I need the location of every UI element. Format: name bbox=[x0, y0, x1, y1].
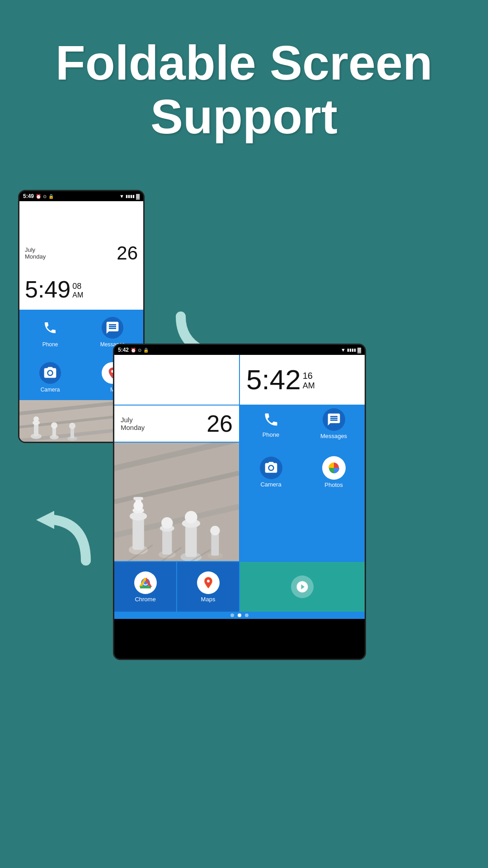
app-tile-camera[interactable]: Camera bbox=[19, 355, 81, 400]
clock-ampm: AM bbox=[72, 291, 83, 299]
camera-app-label: Camera bbox=[41, 387, 60, 393]
svg-rect-26 bbox=[133, 497, 143, 500]
svg-rect-21 bbox=[132, 516, 144, 550]
date-number: 26 bbox=[117, 242, 138, 264]
alarm-icon: ⏰ bbox=[36, 194, 41, 199]
app-tile-phone[interactable]: Phone bbox=[19, 310, 81, 355]
large-empty-col4 bbox=[303, 502, 365, 561]
dot-1 bbox=[230, 613, 234, 617]
svg-point-13 bbox=[69, 423, 75, 429]
lock-icon: 🔒 bbox=[48, 194, 54, 199]
large-camera-label: Camera bbox=[260, 481, 281, 488]
dot-3 bbox=[245, 613, 249, 617]
large-chess-svg bbox=[114, 443, 239, 561]
large-photos-label: Photos bbox=[324, 481, 343, 488]
small-date-tile: July Monday 26 bbox=[19, 237, 143, 269]
large-app-maps-bottom[interactable]: Maps bbox=[177, 562, 239, 612]
large-app-photos[interactable]: Photos bbox=[303, 443, 365, 501]
title-section: Foldable Screen Support bbox=[0, 0, 488, 162]
large-chrome-label: Chrome bbox=[135, 596, 155, 603]
large-battery-icon: ▓ bbox=[357, 347, 361, 353]
arrow-up-left-svg bbox=[27, 506, 95, 570]
large-chrome-icon bbox=[134, 571, 157, 594]
small-calendar-widget-top bbox=[19, 201, 143, 237]
clock-time: 5:49 bbox=[25, 278, 70, 301]
large-phone-status-bar: 5:42 ⏰ ⊙ 🔒 ▼ ▮▮▮▮ ▓ bbox=[114, 345, 365, 355]
large-messages-label: Messages bbox=[320, 433, 347, 439]
svg-point-10 bbox=[51, 422, 57, 429]
large-calendar-top bbox=[114, 355, 239, 405]
messages-app-icon bbox=[102, 317, 123, 339]
large-clock-seconds: 16 bbox=[303, 371, 315, 381]
large-date-day-name: Monday bbox=[121, 424, 145, 431]
large-date-number: 26 bbox=[206, 410, 233, 437]
large-teal-icon bbox=[291, 576, 314, 598]
large-wifi-icon: ▼ bbox=[341, 347, 346, 353]
large-app-messages[interactable]: Messages bbox=[303, 406, 365, 442]
large-clock-tile: 5:42 16 AM bbox=[240, 355, 365, 405]
small-phone-status-bar: 5:49 ⏰ ⊙ 🔒 ▼ ▮▮▮▮ ▓ bbox=[19, 191, 143, 201]
signal-icon: ▮▮▮▮ bbox=[126, 194, 135, 198]
large-status-time: 5:42 bbox=[118, 347, 129, 353]
clock-seconds: 08 bbox=[72, 282, 83, 291]
date-label: July Monday bbox=[25, 246, 46, 260]
large-app-chrome[interactable]: Chrome bbox=[114, 562, 176, 612]
svg-marker-15 bbox=[36, 511, 54, 529]
small-clock-tile: 5:49 08 AM bbox=[19, 269, 143, 310]
large-messages-icon bbox=[323, 408, 345, 431]
large-app-teal[interactable] bbox=[240, 562, 365, 612]
page-indicator bbox=[114, 612, 365, 619]
phone-app-label: Phone bbox=[42, 341, 58, 348]
large-maps-label: Maps bbox=[201, 596, 216, 603]
svg-point-30 bbox=[161, 517, 173, 528]
svg-rect-28 bbox=[162, 528, 172, 554]
large-signal-icon: ▮▮▮▮ bbox=[347, 348, 356, 352]
large-phone-icon bbox=[261, 410, 281, 429]
large-phone-mock: 5:42 ⏰ ⊙ 🔒 ▼ ▮▮▮▮ ▓ 5:42 16 AM July bbox=[113, 344, 366, 660]
phone-app-icon bbox=[39, 317, 61, 339]
large-app-phone[interactable]: Phone bbox=[240, 406, 302, 442]
dot-2 bbox=[238, 613, 241, 617]
large-notification-icon: ⊙ bbox=[138, 348, 141, 353]
large-clock-ampm: AM bbox=[303, 381, 315, 391]
svg-rect-9 bbox=[52, 427, 56, 437]
large-maps-icon bbox=[197, 571, 220, 594]
svg-point-34 bbox=[185, 511, 197, 524]
large-alarm-icon: ⏰ bbox=[131, 348, 136, 353]
page-title: Foldable Screen Support bbox=[27, 36, 461, 144]
svg-rect-36 bbox=[211, 533, 219, 556]
arrow-up-left bbox=[27, 506, 95, 570]
large-photo-tile bbox=[114, 443, 239, 561]
large-clock-time: 5:42 bbox=[246, 366, 301, 394]
battery-icon: ▓ bbox=[136, 193, 140, 199]
large-photos-icon bbox=[322, 456, 346, 480]
date-day-name: Monday bbox=[25, 253, 46, 260]
large-app-camera[interactable]: Camera bbox=[240, 443, 302, 501]
large-empty-col3 bbox=[240, 502, 302, 561]
large-phone-label: Phone bbox=[263, 431, 280, 438]
svg-point-37 bbox=[210, 526, 220, 535]
svg-point-7 bbox=[33, 416, 39, 422]
large-lock-icon: 🔒 bbox=[143, 348, 149, 353]
large-date-tile: July Monday 26 bbox=[114, 406, 239, 442]
status-time: 5:49 bbox=[23, 193, 34, 199]
large-date-month: July bbox=[121, 416, 145, 424]
svg-rect-12 bbox=[70, 428, 74, 439]
large-camera-icon bbox=[260, 457, 282, 479]
camera-app-icon bbox=[39, 362, 61, 384]
wifi-icon: ▼ bbox=[119, 193, 124, 199]
svg-rect-32 bbox=[185, 524, 197, 557]
notification-icon: ⊙ bbox=[43, 194, 47, 199]
date-month: July bbox=[25, 246, 46, 253]
